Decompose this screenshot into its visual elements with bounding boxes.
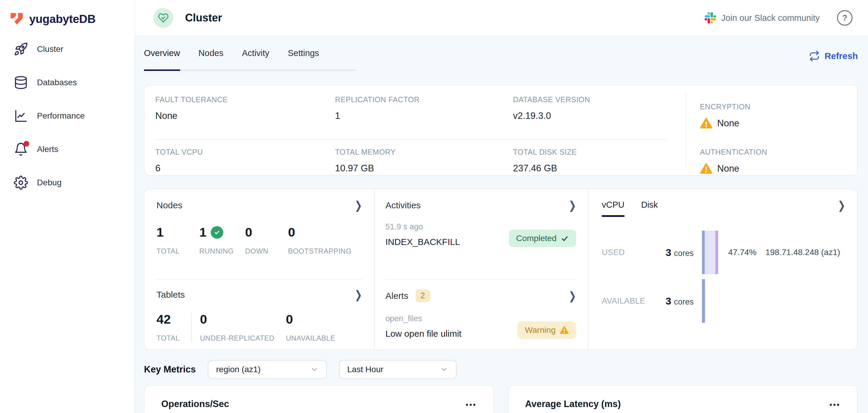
gear-icon (14, 176, 28, 190)
usage-column: vCPU Disk ❯ USED 3cores 47.74% 198.71.48… (589, 189, 857, 350)
tab-overview[interactable]: Overview (144, 48, 180, 69)
chevron-down-icon (440, 365, 448, 374)
sidebar-item-databases[interactable]: Databases (0, 66, 134, 99)
warning-triangle-icon (700, 162, 712, 175)
total-memory-cell: TOTAL MEMORY 10.97 GB (335, 148, 513, 174)
total-disk-value: 237.46 GB (513, 163, 686, 174)
tab-activity[interactable]: Activity (242, 48, 270, 69)
tab-disk[interactable]: Disk (641, 200, 658, 217)
sidebar-item-label: Databases (37, 78, 77, 87)
fault-tolerance-cell: FAULT TOLERANCE None (155, 95, 335, 132)
yugabytedb-logo-icon (9, 11, 25, 27)
available-cores-value: 3 (665, 295, 671, 307)
alert-item: open_files Low open file ulimit Warning (385, 314, 576, 339)
ellipsis-menu-icon[interactable]: ••• (830, 401, 841, 409)
cluster-info-card: FAULT TOLERANCE None REPLICATION FACTOR … (144, 85, 858, 176)
nodes-total-stat: 1 TOTAL (156, 226, 180, 255)
tablets-stats: 42 TOTAL 0 UNDER-REPLICATED 0 UNAVAILABL… (156, 313, 362, 342)
usage-available-row: AVAILABLE 3cores (602, 279, 846, 323)
available-cores-unit: cores (674, 297, 693, 307)
alerts-count-badge: 2 (415, 289, 430, 302)
total-vcpu-label: TOTAL VCPU (155, 148, 335, 156)
nodes-chevron-right-icon[interactable]: ❯ (355, 199, 362, 212)
database-icon (14, 75, 28, 90)
time-filter-dropdown[interactable]: Last Hour (339, 360, 457, 379)
usage-used-row: USED 3cores 47.74% 198.71.48.248 (az1) (602, 231, 846, 274)
encryption-label: ENCRYPTION (700, 102, 857, 111)
sidebar-item-cluster[interactable]: Cluster (0, 32, 134, 66)
logo-text: yugabyteDB (29, 12, 96, 26)
help-button[interactable]: ? (837, 10, 852, 26)
refresh-label: Refresh (825, 51, 858, 61)
replication-factor-label: REPLICATION FACTOR (335, 95, 513, 104)
tablets-under-replicated-stat: 0 UNDER-REPLICATED (200, 313, 275, 342)
ellipsis-menu-icon[interactable]: ••• (466, 401, 476, 409)
alerts-chevron-right-icon[interactable]: ❯ (569, 289, 576, 303)
tab-nodes[interactable]: Nodes (198, 48, 223, 69)
used-cores-unit: cores (674, 249, 693, 258)
authentication-cell: AUTHENTICATION None (700, 148, 857, 193)
tablets-chevron-right-icon[interactable]: ❯ (355, 288, 362, 301)
usage-chevron-right-icon[interactable]: ❯ (838, 199, 845, 212)
performance-chart-icon (14, 109, 28, 123)
activity-time: 51.9 s ago (385, 222, 509, 231)
nodes-bootstrapping-stat: 0 BOOTSTRAPPING (288, 226, 351, 255)
alert-name: open_files (385, 314, 518, 323)
sidebar-item-label: Alerts (37, 145, 58, 154)
content: FAULT TOLERANCE None REPLICATION FACTOR … (135, 85, 868, 413)
nodes-tablets-column: Nodes ❯ 1 TOTAL 1 (145, 189, 375, 350)
total-memory-value: 10.97 GB (335, 163, 513, 174)
overview-panels-card: Nodes ❯ 1 TOTAL 1 (144, 189, 858, 350)
replication-factor-cell: REPLICATION FACTOR 1 (335, 95, 513, 132)
status-badge-completed: Completed (509, 230, 576, 247)
nodes-down-stat: 0 DOWN (245, 226, 268, 255)
sidebar-item-debug[interactable]: Debug (0, 166, 134, 199)
sidebar: yugabyteDB Cluster Databases Performance (0, 0, 135, 413)
latency-chart-title: Average Latency (ms) (525, 399, 621, 409)
tab-settings[interactable]: Settings (288, 48, 319, 69)
cluster-health-icon (154, 8, 173, 28)
available-label: AVAILABLE (602, 296, 665, 306)
total-vcpu-cell: TOTAL VCPU 6 (155, 148, 335, 174)
tablets-unavailable-stat: 0 UNAVAILABLE (286, 313, 335, 342)
key-metrics-title: Key Metrics (144, 364, 196, 375)
replication-factor-value: 1 (335, 110, 513, 121)
region-filter-dropdown[interactable]: region (az1) (208, 360, 327, 379)
used-cores-value: 3 (665, 247, 671, 258)
activities-chevron-right-icon[interactable]: ❯ (569, 199, 576, 212)
used-percent: 47.74% (728, 248, 756, 257)
key-metrics-row: Key Metrics region (az1) Last Hour (144, 360, 858, 379)
refresh-button[interactable]: Refresh (809, 51, 858, 61)
alerts-notification-dot (24, 141, 29, 147)
warning-triangle-icon (700, 117, 712, 130)
database-version-value: v2.19.3.0 (513, 110, 686, 121)
usage-tabs: vCPU Disk (602, 200, 845, 217)
fault-tolerance-value: None (155, 110, 335, 121)
sidebar-item-label: Debug (37, 178, 62, 187)
operations-chart-title: Operations/Sec (161, 399, 229, 409)
heart-check-icon (158, 12, 169, 23)
sidebar-item-performance[interactable]: Performance (0, 99, 134, 133)
slack-community-link[interactable]: Join our Slack community (705, 12, 820, 24)
slack-icon (705, 12, 716, 24)
chevron-down-icon (310, 365, 319, 374)
used-usage-bar (702, 231, 718, 274)
page-title: Cluster (185, 11, 222, 24)
region-filter-value: region (az1) (216, 365, 260, 374)
available-usage-bar (702, 279, 705, 323)
charts-row: Operations/Sec ••• Average Latency (ms) … (144, 385, 858, 413)
authentication-label: AUTHENTICATION (700, 148, 857, 156)
rocket-icon (14, 42, 28, 56)
tablets-panel-title: Tablets (156, 290, 185, 300)
authentication-value: None (717, 163, 739, 174)
tabs-row: Overview Nodes Activity Settings Refresh (144, 36, 858, 71)
sidebar-item-alerts[interactable]: Alerts (0, 133, 134, 166)
tab-vcpu[interactable]: vCPU (602, 200, 624, 217)
slack-link-label: Join our Slack community (721, 13, 820, 23)
activity-name: INDEX_BACKFILL (385, 237, 509, 247)
used-label: USED (602, 248, 665, 257)
used-node-address: 198.71.48.248 (az1) (766, 248, 840, 257)
total-memory-label: TOTAL MEMORY (335, 148, 513, 156)
total-vcpu-value: 6 (155, 163, 335, 174)
cluster-tabs: Overview Nodes Activity Settings (144, 48, 355, 71)
